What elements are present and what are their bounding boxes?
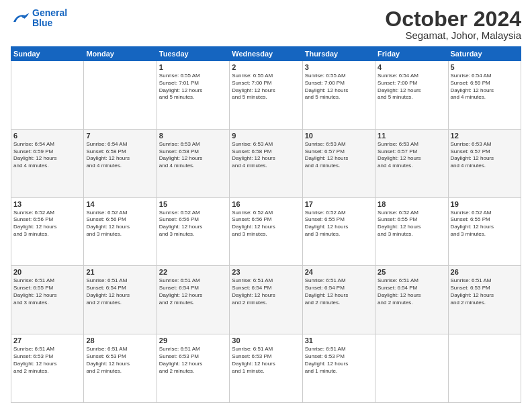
day-info: Sunrise: 6:51 AM Sunset: 6:53 PM Dayligh… — [13, 346, 81, 375]
day-number: 18 — [378, 200, 445, 208]
day-number: 14 — [86, 200, 154, 208]
day-number: 2 — [232, 63, 300, 71]
day-info: Sunrise: 6:51 AM Sunset: 6:53 PM Dayligh… — [86, 346, 154, 375]
calendar-cell: 31Sunrise: 6:51 AM Sunset: 6:53 PM Dayli… — [302, 334, 375, 403]
header: General Blue October 2024 Segamat, Johor… — [11, 8, 521, 41]
calendar-week-2: 6Sunrise: 6:54 AM Sunset: 6:59 PM Daylig… — [11, 129, 521, 197]
calendar-cell: 5Sunrise: 6:54 AM Sunset: 6:59 PM Daylig… — [448, 61, 521, 130]
day-number: 9 — [232, 132, 300, 140]
calendar-cell: 9Sunrise: 6:53 AM Sunset: 6:58 PM Daylig… — [230, 129, 302, 197]
day-number: 23 — [232, 268, 300, 276]
calendar-cell: 16Sunrise: 6:52 AM Sunset: 6:56 PM Dayli… — [230, 197, 302, 266]
day-number: 27 — [13, 336, 81, 345]
day-info: Sunrise: 6:54 AM Sunset: 6:58 PM Dayligh… — [86, 141, 154, 170]
day-number: 11 — [378, 132, 445, 140]
day-number: 20 — [13, 268, 81, 276]
subtitle: Segamat, Johor, Malaysia — [385, 30, 521, 41]
day-info: Sunrise: 6:54 AM Sunset: 7:00 PM Dayligh… — [378, 73, 445, 101]
day-number: 22 — [159, 268, 227, 276]
day-number: 21 — [86, 268, 154, 276]
day-number: 12 — [451, 132, 519, 140]
day-number: 31 — [305, 336, 373, 345]
day-info: Sunrise: 6:54 AM Sunset: 6:59 PM Dayligh… — [13, 141, 81, 170]
calendar-week-4: 20Sunrise: 6:51 AM Sunset: 6:55 PM Dayli… — [11, 266, 521, 334]
day-number: 5 — [451, 63, 519, 71]
calendar-cell: 29Sunrise: 6:51 AM Sunset: 6:53 PM Dayli… — [157, 334, 229, 403]
calendar-week-1: 1Sunrise: 6:55 AM Sunset: 7:01 PM Daylig… — [11, 61, 521, 130]
col-monday: Monday — [84, 47, 157, 61]
day-info: Sunrise: 6:51 AM Sunset: 6:55 PM Dayligh… — [13, 277, 81, 306]
calendar-cell: 1Sunrise: 6:55 AM Sunset: 7:01 PM Daylig… — [157, 61, 229, 130]
day-number: 28 — [86, 336, 154, 345]
day-info: Sunrise: 6:52 AM Sunset: 6:56 PM Dayligh… — [13, 210, 81, 238]
calendar-table: Sunday Monday Tuesday Wednesday Thursday… — [11, 46, 521, 403]
calendar-cell: 8Sunrise: 6:53 AM Sunset: 6:58 PM Daylig… — [157, 129, 229, 197]
day-info: Sunrise: 6:51 AM Sunset: 6:54 PM Dayligh… — [232, 277, 300, 306]
day-number: 26 — [451, 268, 519, 276]
calendar-cell: 19Sunrise: 6:52 AM Sunset: 6:55 PM Dayli… — [448, 197, 521, 266]
day-info: Sunrise: 6:54 AM Sunset: 6:59 PM Dayligh… — [451, 73, 519, 101]
col-tuesday: Tuesday — [157, 47, 229, 61]
calendar-cell: 15Sunrise: 6:52 AM Sunset: 6:56 PM Dayli… — [157, 197, 229, 266]
day-number: 17 — [305, 200, 373, 208]
calendar-cell: 21Sunrise: 6:51 AM Sunset: 6:54 PM Dayli… — [84, 266, 157, 334]
day-info: Sunrise: 6:52 AM Sunset: 6:55 PM Dayligh… — [305, 210, 373, 238]
calendar-cell: 14Sunrise: 6:52 AM Sunset: 6:56 PM Dayli… — [84, 197, 157, 266]
day-info: Sunrise: 6:53 AM Sunset: 6:57 PM Dayligh… — [305, 141, 373, 170]
calendar-cell: 23Sunrise: 6:51 AM Sunset: 6:54 PM Dayli… — [230, 266, 302, 334]
calendar-cell: 30Sunrise: 6:51 AM Sunset: 6:53 PM Dayli… — [230, 334, 302, 403]
day-number: 3 — [305, 63, 373, 71]
day-number: 25 — [378, 268, 445, 276]
day-info: Sunrise: 6:55 AM Sunset: 7:01 PM Dayligh… — [159, 73, 227, 101]
col-wednesday: Wednesday — [230, 47, 302, 61]
logo-line2: Blue — [32, 17, 52, 28]
day-info: Sunrise: 6:53 AM Sunset: 6:58 PM Dayligh… — [232, 141, 300, 170]
logo-line1: General — [32, 7, 67, 18]
calendar-cell: 3Sunrise: 6:55 AM Sunset: 7:00 PM Daylig… — [302, 61, 375, 130]
day-number: 15 — [159, 200, 227, 208]
calendar-week-3: 13Sunrise: 6:52 AM Sunset: 6:56 PM Dayli… — [11, 197, 521, 266]
day-info: Sunrise: 6:51 AM Sunset: 6:54 PM Dayligh… — [159, 277, 227, 306]
day-info: Sunrise: 6:52 AM Sunset: 6:56 PM Dayligh… — [86, 210, 154, 238]
calendar-cell: 2Sunrise: 6:55 AM Sunset: 7:00 PM Daylig… — [230, 61, 302, 130]
logo-icon — [11, 11, 30, 26]
day-info: Sunrise: 6:53 AM Sunset: 6:58 PM Dayligh… — [159, 141, 227, 170]
day-number: 19 — [451, 200, 519, 208]
col-saturday: Saturday — [448, 47, 521, 61]
calendar-cell: 17Sunrise: 6:52 AM Sunset: 6:55 PM Dayli… — [302, 197, 375, 266]
col-thursday: Thursday — [302, 47, 375, 61]
calendar-cell: 11Sunrise: 6:53 AM Sunset: 6:57 PM Dayli… — [375, 129, 448, 197]
day-info: Sunrise: 6:55 AM Sunset: 7:00 PM Dayligh… — [232, 73, 300, 101]
day-number: 10 — [305, 132, 373, 140]
day-info: Sunrise: 6:52 AM Sunset: 6:56 PM Dayligh… — [232, 210, 300, 238]
col-sunday: Sunday — [11, 47, 84, 61]
day-info: Sunrise: 6:51 AM Sunset: 6:53 PM Dayligh… — [305, 346, 373, 375]
day-number: 4 — [378, 63, 445, 71]
calendar-cell: 7Sunrise: 6:54 AM Sunset: 6:58 PM Daylig… — [84, 129, 157, 197]
calendar-cell: 18Sunrise: 6:52 AM Sunset: 6:55 PM Dayli… — [375, 197, 448, 266]
day-number: 30 — [232, 336, 300, 345]
day-number: 13 — [13, 200, 81, 208]
day-info: Sunrise: 6:51 AM Sunset: 6:54 PM Dayligh… — [378, 277, 445, 306]
day-number: 6 — [13, 132, 81, 140]
calendar-week-5: 27Sunrise: 6:51 AM Sunset: 6:53 PM Dayli… — [11, 334, 521, 403]
day-number: 8 — [159, 132, 227, 140]
day-info: Sunrise: 6:52 AM Sunset: 6:56 PM Dayligh… — [159, 210, 227, 238]
day-info: Sunrise: 6:51 AM Sunset: 6:54 PM Dayligh… — [305, 277, 373, 306]
calendar-cell: 12Sunrise: 6:53 AM Sunset: 6:57 PM Dayli… — [448, 129, 521, 197]
day-info: Sunrise: 6:51 AM Sunset: 6:53 PM Dayligh… — [451, 277, 519, 306]
day-number: 7 — [86, 132, 154, 140]
calendar-cell: 27Sunrise: 6:51 AM Sunset: 6:53 PM Dayli… — [11, 334, 84, 403]
day-info: Sunrise: 6:52 AM Sunset: 6:55 PM Dayligh… — [378, 210, 445, 238]
day-info: Sunrise: 6:51 AM Sunset: 6:54 PM Dayligh… — [86, 277, 154, 306]
calendar-cell: 25Sunrise: 6:51 AM Sunset: 6:54 PM Dayli… — [375, 266, 448, 334]
calendar-cell: 4Sunrise: 6:54 AM Sunset: 7:00 PM Daylig… — [375, 61, 448, 130]
calendar-cell — [11, 61, 84, 130]
day-number: 16 — [232, 200, 300, 208]
day-number: 1 — [159, 63, 227, 71]
day-number: 24 — [305, 268, 373, 276]
day-info: Sunrise: 6:51 AM Sunset: 6:53 PM Dayligh… — [232, 346, 300, 375]
day-info: Sunrise: 6:53 AM Sunset: 6:57 PM Dayligh… — [378, 141, 445, 170]
calendar-cell: 28Sunrise: 6:51 AM Sunset: 6:53 PM Dayli… — [84, 334, 157, 403]
calendar-cell — [375, 334, 448, 403]
